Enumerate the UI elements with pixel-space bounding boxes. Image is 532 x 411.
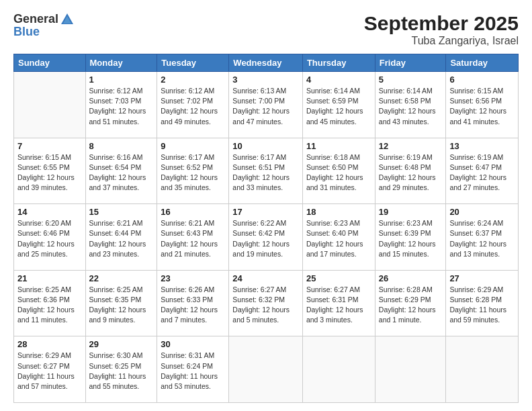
day-number: 7: [17, 141, 82, 151]
calendar-table: Sunday Monday Tuesday Wednesday Thursday…: [13, 54, 519, 403]
calendar-cell: 28Sunrise: 6:29 AM Sunset: 6:27 PM Dayli…: [14, 336, 86, 403]
day-info: Sunrise: 6:23 AM Sunset: 6:40 PM Dayligh…: [306, 218, 371, 259]
day-info: Sunrise: 6:24 AM Sunset: 6:37 PM Dayligh…: [449, 218, 515, 259]
header-wednesday: Wednesday: [229, 54, 303, 72]
day-info: Sunrise: 6:14 AM Sunset: 6:58 PM Dayligh…: [379, 86, 443, 127]
day-info: Sunrise: 6:27 AM Sunset: 6:31 PM Dayligh…: [306, 285, 371, 326]
week-row-2: 7Sunrise: 6:15 AM Sunset: 6:55 PM Daylig…: [14, 138, 519, 204]
day-number: 6: [449, 75, 515, 85]
week-row-4: 21Sunrise: 6:25 AM Sunset: 6:36 PM Dayli…: [14, 270, 519, 336]
day-info: Sunrise: 6:17 AM Sunset: 6:52 PM Dayligh…: [161, 152, 225, 193]
day-number: 21: [17, 273, 82, 283]
calendar-cell: 22Sunrise: 6:25 AM Sunset: 6:35 PM Dayli…: [85, 270, 157, 336]
day-info: Sunrise: 6:31 AM Sunset: 6:24 PM Dayligh…: [161, 351, 225, 392]
calendar-cell: [375, 336, 446, 403]
day-info: Sunrise: 6:13 AM Sunset: 7:00 PM Dayligh…: [232, 86, 299, 127]
day-number: 16: [161, 207, 225, 217]
day-info: Sunrise: 6:25 AM Sunset: 6:36 PM Dayligh…: [17, 285, 82, 326]
calendar-cell: 20Sunrise: 6:24 AM Sunset: 6:37 PM Dayli…: [446, 204, 519, 271]
day-number: 12: [379, 141, 443, 151]
day-number: 30: [161, 339, 225, 349]
logo-general: General: [13, 13, 58, 26]
calendar-cell: 29Sunrise: 6:30 AM Sunset: 6:25 PM Dayli…: [85, 336, 157, 403]
day-number: 14: [17, 207, 82, 217]
day-number: 2: [161, 75, 225, 85]
day-number: 4: [306, 75, 371, 85]
calendar-cell: 16Sunrise: 6:21 AM Sunset: 6:43 PM Dayli…: [157, 204, 229, 271]
calendar-cell: 3Sunrise: 6:13 AM Sunset: 7:00 PM Daylig…: [229, 72, 303, 138]
day-info: Sunrise: 6:29 AM Sunset: 6:27 PM Dayligh…: [17, 351, 82, 392]
month-year-title: September 2025: [364, 12, 519, 35]
day-number: 8: [89, 141, 154, 151]
logo-blue: Blue: [13, 26, 75, 39]
week-row-5: 28Sunrise: 6:29 AM Sunset: 6:27 PM Dayli…: [14, 336, 519, 403]
header-friday: Friday: [375, 54, 446, 72]
calendar-cell: 13Sunrise: 6:19 AM Sunset: 6:47 PM Dayli…: [446, 138, 519, 204]
day-info: Sunrise: 6:22 AM Sunset: 6:42 PM Dayligh…: [232, 218, 299, 259]
day-info: Sunrise: 6:12 AM Sunset: 7:02 PM Dayligh…: [161, 86, 225, 127]
day-info: Sunrise: 6:16 AM Sunset: 6:54 PM Dayligh…: [89, 152, 154, 193]
calendar-cell: 10Sunrise: 6:17 AM Sunset: 6:51 PM Dayli…: [229, 138, 303, 204]
header-thursday: Thursday: [302, 54, 375, 72]
calendar-cell: [446, 336, 519, 403]
day-number: 23: [161, 273, 225, 283]
day-info: Sunrise: 6:12 AM Sunset: 7:03 PM Dayligh…: [89, 86, 154, 127]
calendar-cell: 19Sunrise: 6:23 AM Sunset: 6:39 PM Dayli…: [375, 204, 446, 271]
title-block: September 2025 Tuba Zangariya, Israel: [364, 12, 519, 47]
calendar-cell: 25Sunrise: 6:27 AM Sunset: 6:31 PM Dayli…: [302, 270, 375, 336]
calendar-cell: 8Sunrise: 6:16 AM Sunset: 6:54 PM Daylig…: [85, 138, 157, 204]
calendar-cell: [229, 336, 303, 403]
day-info: Sunrise: 6:25 AM Sunset: 6:35 PM Dayligh…: [89, 285, 154, 326]
day-info: Sunrise: 6:21 AM Sunset: 6:44 PM Dayligh…: [89, 218, 154, 259]
calendar-cell: 23Sunrise: 6:26 AM Sunset: 6:33 PM Dayli…: [157, 270, 229, 336]
day-number: 22: [89, 273, 154, 283]
day-info: Sunrise: 6:15 AM Sunset: 6:55 PM Dayligh…: [17, 152, 82, 193]
day-info: Sunrise: 6:20 AM Sunset: 6:46 PM Dayligh…: [17, 218, 82, 259]
calendar-cell: 5Sunrise: 6:14 AM Sunset: 6:58 PM Daylig…: [375, 72, 446, 138]
day-number: 28: [17, 339, 82, 349]
day-info: Sunrise: 6:27 AM Sunset: 6:32 PM Dayligh…: [232, 285, 299, 326]
day-number: 25: [306, 273, 371, 283]
calendar-cell: 24Sunrise: 6:27 AM Sunset: 6:32 PM Dayli…: [229, 270, 303, 336]
day-info: Sunrise: 6:26 AM Sunset: 6:33 PM Dayligh…: [161, 285, 225, 326]
day-number: 19: [379, 207, 443, 217]
calendar-cell: 30Sunrise: 6:31 AM Sunset: 6:24 PM Dayli…: [157, 336, 229, 403]
day-number: 20: [449, 207, 515, 217]
calendar-cell: 11Sunrise: 6:18 AM Sunset: 6:50 PM Dayli…: [302, 138, 375, 204]
location-subtitle: Tuba Zangariya, Israel: [364, 35, 519, 47]
page: General Blue September 2025 Tuba Zangari…: [0, 0, 532, 411]
day-number: 26: [379, 273, 443, 283]
day-number: 13: [449, 141, 515, 151]
day-number: 9: [161, 141, 225, 151]
day-info: Sunrise: 6:23 AM Sunset: 6:39 PM Dayligh…: [379, 218, 443, 259]
day-info: Sunrise: 6:18 AM Sunset: 6:50 PM Dayligh…: [306, 152, 371, 193]
calendar-cell: 1Sunrise: 6:12 AM Sunset: 7:03 PM Daylig…: [85, 72, 157, 138]
day-number: 15: [89, 207, 154, 217]
day-number: 24: [232, 273, 299, 283]
day-info: Sunrise: 6:28 AM Sunset: 6:29 PM Dayligh…: [379, 285, 443, 326]
day-info: Sunrise: 6:19 AM Sunset: 6:48 PM Dayligh…: [379, 152, 443, 193]
calendar-cell: 12Sunrise: 6:19 AM Sunset: 6:48 PM Dayli…: [375, 138, 446, 204]
day-info: Sunrise: 6:29 AM Sunset: 6:28 PM Dayligh…: [449, 285, 515, 326]
day-info: Sunrise: 6:19 AM Sunset: 6:47 PM Dayligh…: [449, 152, 515, 193]
calendar-cell: 14Sunrise: 6:20 AM Sunset: 6:46 PM Dayli…: [14, 204, 86, 271]
calendar-cell: 7Sunrise: 6:15 AM Sunset: 6:55 PM Daylig…: [14, 138, 86, 204]
week-row-3: 14Sunrise: 6:20 AM Sunset: 6:46 PM Dayli…: [14, 204, 519, 271]
header: General Blue September 2025 Tuba Zangari…: [13, 12, 519, 47]
calendar-cell: 26Sunrise: 6:28 AM Sunset: 6:29 PM Dayli…: [375, 270, 446, 336]
calendar-cell: 15Sunrise: 6:21 AM Sunset: 6:44 PM Dayli…: [85, 204, 157, 271]
day-number: 29: [89, 339, 154, 349]
calendar-cell: 18Sunrise: 6:23 AM Sunset: 6:40 PM Dayli…: [302, 204, 375, 271]
day-info: Sunrise: 6:30 AM Sunset: 6:25 PM Dayligh…: [89, 351, 154, 392]
day-number: 5: [379, 75, 443, 85]
day-info: Sunrise: 6:15 AM Sunset: 6:56 PM Dayligh…: [449, 86, 515, 127]
day-number: 10: [232, 141, 299, 151]
calendar-cell: [302, 336, 375, 403]
logo: General Blue: [13, 12, 75, 39]
header-monday: Monday: [85, 54, 157, 72]
day-number: 1: [89, 75, 154, 85]
day-info: Sunrise: 6:14 AM Sunset: 6:59 PM Dayligh…: [306, 86, 371, 127]
calendar-cell: 6Sunrise: 6:15 AM Sunset: 6:56 PM Daylig…: [446, 72, 519, 138]
calendar-cell: 2Sunrise: 6:12 AM Sunset: 7:02 PM Daylig…: [157, 72, 229, 138]
day-info: Sunrise: 6:21 AM Sunset: 6:43 PM Dayligh…: [161, 218, 225, 259]
